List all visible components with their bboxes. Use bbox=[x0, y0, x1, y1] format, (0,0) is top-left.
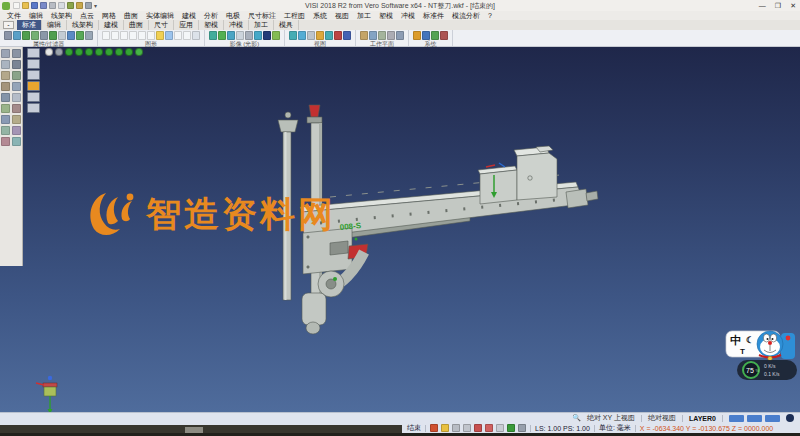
snap-icon[interactable] bbox=[95, 48, 103, 56]
close-button[interactable]: ✕ bbox=[790, 0, 796, 11]
ribbon-tool-icon[interactable] bbox=[209, 31, 217, 40]
quick-access-icon[interactable] bbox=[85, 2, 92, 9]
ribbon-tool-icon[interactable] bbox=[85, 31, 93, 40]
ribbon-tool-icon[interactable] bbox=[254, 31, 262, 40]
status-tool-icon[interactable] bbox=[518, 424, 526, 432]
snap-icon[interactable] bbox=[65, 48, 73, 56]
ribbon-tool-icon[interactable] bbox=[120, 31, 128, 40]
palette-tool-icon[interactable] bbox=[12, 104, 21, 113]
layer-chip[interactable] bbox=[729, 415, 744, 422]
status-tool-icon[interactable] bbox=[463, 424, 471, 432]
active-layer-label[interactable]: LAYER0 bbox=[689, 415, 716, 422]
ribbon-tool-icon[interactable] bbox=[245, 31, 253, 40]
search-icon[interactable]: 🔍 bbox=[572, 414, 581, 422]
quick-access-icon[interactable] bbox=[67, 2, 74, 9]
menu-item[interactable]: 曲面 bbox=[120, 11, 142, 20]
ime-toolbox-icon[interactable]: T bbox=[740, 347, 745, 356]
ribbon-tab[interactable]: 应用 bbox=[174, 20, 199, 30]
filter-icon[interactable] bbox=[27, 103, 40, 113]
ribbon-tool-icon[interactable] bbox=[378, 31, 386, 40]
palette-tool-icon[interactable] bbox=[1, 71, 10, 80]
status-tool-icon[interactable] bbox=[441, 424, 449, 432]
palette-tool-icon[interactable] bbox=[1, 115, 10, 124]
ribbon-tool-icon[interactable] bbox=[156, 31, 164, 40]
ribbon-tool-icon[interactable] bbox=[263, 31, 271, 40]
ribbon-tool-icon[interactable] bbox=[49, 31, 57, 40]
status-tool-icon[interactable] bbox=[452, 424, 460, 432]
quick-access-icon[interactable] bbox=[49, 2, 56, 9]
ribbon-tool-icon[interactable] bbox=[165, 31, 173, 40]
palette-tool-icon[interactable] bbox=[12, 126, 21, 135]
ribbon-tool-icon[interactable] bbox=[31, 31, 39, 40]
status-globe-icon[interactable] bbox=[786, 414, 794, 422]
palette-tool-icon[interactable] bbox=[12, 137, 21, 146]
ime-widget[interactable]: 中 ☾ T 75 % 0 K/s bbox=[718, 327, 800, 385]
snap-icon[interactable] bbox=[85, 48, 93, 56]
palette-tool-icon[interactable] bbox=[1, 60, 10, 69]
view-mode-label[interactable]: 绝对 XY 上视图 bbox=[587, 413, 635, 423]
quick-access-caret-icon[interactable]: ▾ bbox=[94, 2, 97, 9]
view-ref-label[interactable]: 绝对视图 bbox=[648, 413, 676, 423]
ribbon-tool-icon[interactable] bbox=[440, 31, 448, 40]
ribbon-tool-icon[interactable] bbox=[138, 31, 146, 40]
menu-item[interactable]: 建模 bbox=[178, 11, 200, 20]
layer-chip[interactable] bbox=[765, 415, 780, 422]
quick-access-icon[interactable] bbox=[31, 2, 38, 9]
filter-icon[interactable] bbox=[27, 70, 40, 80]
ribbon-tab[interactable]: 曲面 bbox=[124, 20, 149, 30]
menu-item[interactable]: 网格 bbox=[98, 11, 120, 20]
palette-tool-icon[interactable] bbox=[1, 49, 10, 58]
palette-tool-icon[interactable] bbox=[12, 115, 21, 124]
layer-chip[interactable] bbox=[747, 415, 762, 422]
ribbon-tool-icon[interactable] bbox=[422, 31, 430, 40]
palette-tool-icon[interactable] bbox=[12, 49, 21, 58]
ribbon-tool-icon[interactable] bbox=[396, 31, 404, 40]
palette-tool-icon[interactable] bbox=[1, 82, 10, 91]
filter-icon[interactable] bbox=[27, 81, 40, 91]
menu-item[interactable]: 冲模 bbox=[397, 11, 419, 20]
ribbon-tool-icon[interactable] bbox=[58, 31, 66, 40]
maximize-button[interactable]: ❐ bbox=[775, 0, 781, 11]
palette-tool-icon[interactable] bbox=[12, 93, 21, 102]
ribbon-tool-icon[interactable] bbox=[236, 31, 244, 40]
filter-icon[interactable] bbox=[27, 48, 40, 58]
ime-mode-indicator[interactable]: 中 bbox=[730, 334, 741, 346]
status-tool-icon[interactable] bbox=[474, 424, 482, 432]
ribbon-tool-icon[interactable] bbox=[218, 31, 226, 40]
ribbon-tab[interactable]: 标准 bbox=[17, 20, 42, 30]
menu-item[interactable]: 分析 bbox=[200, 11, 222, 20]
ribbon-tool-icon[interactable] bbox=[413, 31, 421, 40]
net-speed-widget[interactable]: 75 % 0 K/s 0.1 K/s bbox=[737, 360, 797, 380]
menu-item[interactable]: 编辑 bbox=[25, 11, 47, 20]
menu-item[interactable]: 尺寸标注 bbox=[244, 11, 280, 20]
ribbon-tool-icon[interactable] bbox=[192, 31, 200, 40]
menu-item[interactable]: 加工 bbox=[353, 11, 375, 20]
ribbon-tab[interactable]: 尺寸 bbox=[149, 20, 174, 30]
ribbon-tool-icon[interactable] bbox=[183, 31, 191, 40]
palette-tool-icon[interactable] bbox=[1, 137, 10, 146]
ribbon-tool-icon[interactable] bbox=[325, 31, 333, 40]
ribbon-tool-icon[interactable] bbox=[343, 31, 351, 40]
ime-night-mode-icon[interactable]: ☾ bbox=[746, 335, 754, 345]
ribbon-tool-icon[interactable] bbox=[289, 31, 297, 40]
ribbon-tab[interactable]: 建模 bbox=[99, 20, 124, 30]
ribbon-tool-icon[interactable] bbox=[307, 31, 315, 40]
ribbon-tool-icon[interactable] bbox=[298, 31, 306, 40]
ribbon-tool-icon[interactable] bbox=[111, 31, 119, 40]
filter-icon[interactable] bbox=[27, 92, 40, 102]
palette-tool-icon[interactable] bbox=[12, 71, 21, 80]
status-tool-icon[interactable] bbox=[485, 424, 493, 432]
palette-tool-icon[interactable] bbox=[12, 82, 21, 91]
menu-item[interactable]: 标准件 bbox=[419, 11, 448, 20]
palette-tool-icon[interactable] bbox=[12, 60, 21, 69]
snap-icon[interactable] bbox=[55, 48, 63, 56]
menu-item[interactable]: 点云 bbox=[76, 11, 98, 20]
ribbon-tool-icon[interactable] bbox=[147, 31, 155, 40]
quick-access-icon[interactable] bbox=[13, 2, 20, 9]
palette-tool-icon[interactable] bbox=[1, 93, 10, 102]
status-tool-icon[interactable] bbox=[496, 424, 504, 432]
ribbon-tool-icon[interactable] bbox=[129, 31, 137, 40]
ribbon-tool-icon[interactable] bbox=[174, 31, 182, 40]
palette-tool-icon[interactable] bbox=[1, 126, 10, 135]
ribbon-tab[interactable]: 加工 bbox=[249, 20, 274, 30]
